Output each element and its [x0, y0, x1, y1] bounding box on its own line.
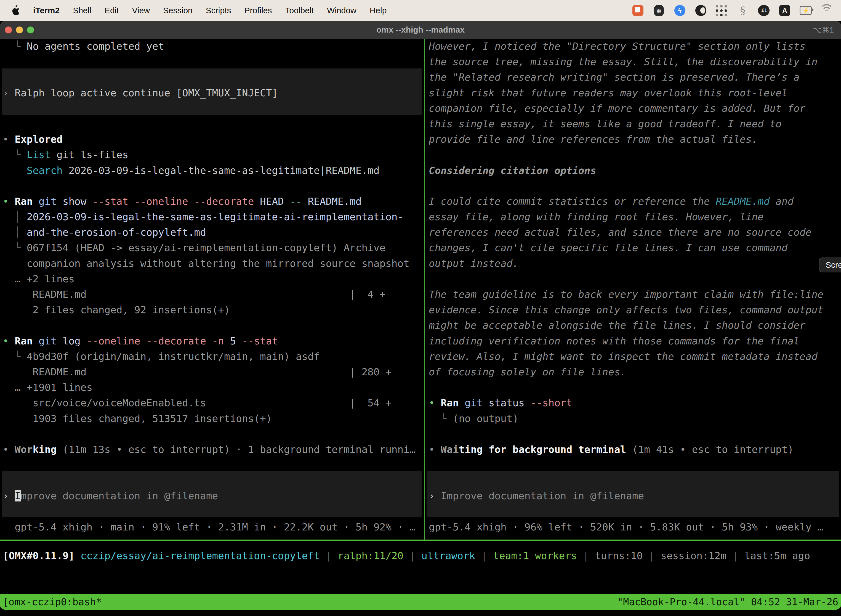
terminal-row: gpt-5.4 xhigh · main · 91% left · 2.31M …: [3, 519, 424, 535]
terminal-row: provide file and line references from th…: [429, 132, 841, 147]
terminal-row: references need actual files, and since …: [429, 224, 841, 240]
dots-grid-icon[interactable]: [716, 4, 728, 16]
terminal-row: review. Also, I might want to inspect th…: [429, 349, 841, 364]
terminal-row: [429, 178, 841, 194]
percent-badge-icon[interactable]: .61: [757, 4, 770, 16]
terminal-row: output instead.: [429, 256, 841, 271]
shield-grid-icon[interactable]: ▦: [653, 4, 665, 16]
terminal-row: including verification notes with those …: [429, 333, 841, 349]
screen-share-tooltip: Scre: [819, 258, 841, 273]
terminal-row: • Ran git log --oneline --decorate -n 5 …: [3, 333, 424, 349]
apple-menu-icon[interactable]: [11, 5, 22, 16]
squiggle-icon[interactable]: §: [737, 4, 749, 16]
tab-shortcut-badge: ⌥⌘1: [813, 25, 834, 35]
terminal-row: essay file, along with finding root file…: [429, 209, 841, 224]
terminal-row: [429, 457, 841, 473]
right-pane-content: However, I noticed the "Directory Struct…: [425, 39, 841, 540]
terminal-row: • Waiting for background terminal (1m 41…: [429, 442, 841, 457]
menu-help[interactable]: Help: [363, 6, 393, 15]
terminal-row: [3, 318, 424, 333]
menu-window[interactable]: Window: [320, 6, 363, 15]
terminal-row: › Improve documentation in @filename: [429, 488, 841, 504]
terminal-row: The team guideline is to back every impo…: [429, 287, 841, 302]
menubar: iTerm2 Shell Edit View Session Scripts P…: [0, 0, 841, 21]
terminal-row: [3, 70, 424, 85]
terminal-row: However, I noticed the "Directory Struct…: [429, 39, 841, 54]
terminal-row: [3, 54, 424, 70]
omx-status-bar: [OMX#0.11.9] cczip/essay/ai-reimplementa…: [3, 548, 810, 563]
terminal-row: › Improve documentation in @filename: [3, 488, 424, 504]
terminal-row: [429, 473, 841, 488]
terminal-row: │ 2026-03-09-is-legal-the-same-as-legiti…: [3, 209, 424, 224]
terminal-row: └ No agents completed yet: [3, 39, 424, 54]
terminal: └ No agents completed yet› Ralph loop ac…: [0, 39, 841, 610]
terminal-row: [429, 427, 841, 442]
menu-edit[interactable]: Edit: [98, 6, 126, 15]
tmux-status-bar: [omx-cczip0:bash* "MacBook-Pro-44.local"…: [0, 594, 841, 610]
terminal-row: Considering citation options: [429, 163, 841, 178]
wifi-icon[interactable]: [820, 4, 833, 16]
terminal-row: • Ran git status --short: [429, 395, 841, 411]
terminal-row: src/voice/voiceModeEnabled.ts | 54 +: [3, 395, 424, 411]
terminal-row: [3, 504, 424, 519]
menu-iterm2[interactable]: iTerm2: [26, 6, 66, 15]
terminal-row: Search 2026-03-09-is-legal-the-same-as-l…: [3, 163, 424, 178]
terminal-row: … +1901 lines: [3, 380, 424, 395]
terminal-row: • Explored: [3, 132, 424, 147]
terminal-row: changes, I can't cite specific file line…: [429, 240, 841, 255]
tmux-session-label: [omx-cczip0:bash*: [3, 594, 101, 610]
terminal-row: the "Related research writing" section i…: [429, 70, 841, 85]
keyboard-layout-icon[interactable]: A: [779, 4, 791, 16]
menu-scripts[interactable]: Scripts: [199, 6, 238, 15]
terminal-row: [429, 147, 841, 163]
terminal-row: gpt-5.4 xhigh · 96% left · 520K in · 5.8…: [429, 519, 841, 535]
menu-view[interactable]: View: [126, 6, 157, 15]
terminal-row: I could cite commit statistics or refere…: [429, 194, 841, 209]
terminal-row: [3, 178, 424, 194]
left-pane-content: └ No agents completed yet› Ralph loop ac…: [0, 39, 424, 540]
blue-badge-icon[interactable]: ϟ: [674, 4, 686, 16]
terminal-row: … +2 lines: [3, 271, 424, 287]
battery-icon[interactable]: ⚡: [800, 4, 812, 16]
menu-shell[interactable]: Shell: [66, 6, 98, 15]
terminal-row: [429, 380, 841, 395]
terminal-row: this single essay, it seems like a good …: [429, 116, 841, 132]
terminal-row: the source tree, missing the essay. Stil…: [429, 54, 841, 70]
terminal-row: [429, 504, 841, 519]
screenshot-app-icon[interactable]: [632, 4, 644, 16]
terminal-row: evidence. Since this change only affects…: [429, 302, 841, 318]
terminal-row: [3, 116, 424, 132]
titlebar[interactable]: omx --xhigh --madmax ⌥⌘1: [0, 21, 841, 39]
terminal-row: › Ralph loop active continue [OMX_TMUX_I…: [3, 85, 424, 101]
terminal-row: [3, 427, 424, 442]
terminal-row: might be acceptable alongside the file l…: [429, 318, 841, 333]
window-title: omx --xhigh --madmax: [0, 25, 841, 35]
terminal-row: slight risk that future readers may over…: [429, 85, 841, 101]
terminal-row: └ 067f154 (HEAD -> essay/ai-reimplementa…: [3, 240, 424, 255]
terminal-row: └ (no output): [429, 411, 841, 427]
tmux-host-clock: "MacBook-Pro-44.local" 04:52 31-Mar-26: [617, 594, 838, 610]
right-agent-pane: However, I noticed the "Directory Struct…: [425, 39, 841, 540]
terminal-row: │ and-the-erosion-of-copyleft.md: [3, 224, 424, 240]
menu-profiles[interactable]: Profiles: [237, 6, 278, 15]
terminal-row: [429, 271, 841, 287]
terminal-row: 1903 files changed, 513517 insertions(+): [3, 411, 424, 427]
terminal-row: of focusing solely on file lines.: [429, 364, 841, 380]
menubar-status-icons: ▦ ϟ § .61 A ⚡: [632, 4, 833, 16]
iterm-window: omx --xhigh --madmax ⌥⌘1 └ No agents com…: [0, 21, 841, 610]
terminal-row: README.md | 4 +: [3, 287, 424, 302]
terminal-row: [3, 101, 424, 116]
terminal-row: [3, 473, 424, 488]
terminal-row: • Working (11m 13s • esc to interrupt) ·…: [3, 442, 424, 457]
terminal-row: README.md | 280 +: [3, 364, 424, 380]
menu-toolbelt[interactable]: Toolbelt: [279, 6, 320, 15]
left-agent-pane: └ No agents completed yet› Ralph loop ac…: [0, 39, 424, 540]
pane-bottom-divider: [0, 540, 841, 541]
menu-session[interactable]: Session: [157, 6, 199, 15]
terminal-row: [3, 457, 424, 473]
terminal-row: 2 files changed, 92 insertions(+): [3, 302, 424, 318]
crescent-circle-icon[interactable]: [695, 4, 707, 16]
terminal-row: └ 4b9d30f (origin/main, instructkr/main,…: [3, 349, 424, 364]
terminal-row: companion analysis without altering the …: [3, 256, 424, 271]
terminal-row: companion file, especially if more comme…: [429, 101, 841, 116]
